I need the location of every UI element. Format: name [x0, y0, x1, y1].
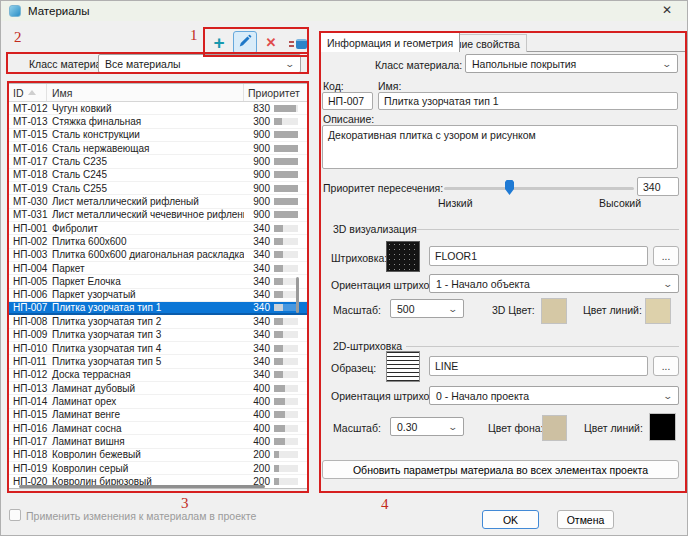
table-row[interactable]: НП-008Плитка узорчатая тип 2340 [9, 315, 308, 328]
priority-bar [274, 425, 298, 432]
priority-value: 340 [244, 356, 270, 367]
plus-icon: + [213, 35, 224, 50]
sample-2d-browse-button[interactable]: ... [653, 356, 679, 376]
sample-2d-preview[interactable] [386, 351, 420, 382]
table-row[interactable]: НП-007Плитка узорчатая тип 1340 [9, 302, 308, 315]
row-priority-cell: 340 [244, 329, 308, 340]
table-row[interactable]: МТ-015Сталь конструкции900 [9, 129, 308, 142]
bg-color-2d-swatch[interactable] [542, 415, 567, 441]
table-row[interactable]: НП-004Паркет340 [9, 262, 308, 275]
column-header-id[interactable]: ID [9, 84, 47, 101]
column-header-name[interactable]: Имя [47, 84, 244, 101]
table-row[interactable]: НП-006Паркет узорчатый340 [9, 289, 308, 302]
table-row[interactable]: МТ-019Сталь С255900 [9, 182, 308, 195]
table-row[interactable]: НП-001Фибролит340 [9, 222, 308, 235]
table-row[interactable]: МТ-017Сталь С235900 [9, 155, 308, 168]
table-row[interactable]: НП-012Доска террасная340 [9, 369, 308, 382]
priority-value: 340 [244, 369, 270, 380]
table-row[interactable]: НП-018Ковролин бежевый200 [9, 449, 308, 462]
priority-bar [274, 304, 298, 311]
description-field[interactable]: Декоративная плитка с узором и рисунком [322, 125, 678, 169]
row-priority-cell: 900 [244, 129, 308, 140]
name-field[interactable]: Плитка узорчатая тип 1 [378, 92, 678, 110]
row-name-cell: Доска террасная [47, 369, 244, 380]
priority-bar [274, 478, 298, 485]
row-priority-cell: 340 [244, 369, 308, 380]
table-row[interactable]: НП-010Плитка узорчатая тип 4340 [9, 342, 308, 355]
sample-2d-field[interactable]: LINE [429, 356, 648, 376]
apply-changes-checkbox[interactable] [9, 509, 21, 521]
color-3d-swatch[interactable] [541, 298, 567, 324]
scale-3d-select[interactable]: 500 ⌄ [390, 299, 464, 318]
priority-bar [274, 158, 298, 165]
priority-bar [274, 211, 298, 218]
hatch-3d-field[interactable]: FLOOR1 [429, 246, 648, 266]
table-row[interactable]: НП-017Ламинат вишня400 [9, 435, 308, 448]
horizontal-scrollbar[interactable] [19, 485, 265, 488]
table-row[interactable]: МТ-012Чугун ковкий830 [9, 102, 308, 115]
row-priority-cell: 340 [244, 263, 308, 274]
line-color-3d-swatch[interactable] [645, 298, 671, 324]
table-row[interactable]: НП-013Ламинат дубовый400 [9, 382, 308, 395]
priority-value: 400 [244, 423, 270, 434]
row-id-cell: НП-005 [9, 276, 47, 287]
priority-value: 340 [244, 343, 270, 354]
edit-material-button[interactable] [233, 31, 257, 54]
hatch-3d-preview[interactable] [386, 241, 420, 272]
table-row[interactable]: НП-003Плитка 600x600 диагональная раскла… [9, 249, 308, 262]
code-field[interactable]: НП-007 [322, 92, 373, 110]
table-row[interactable]: НП-019Ковролин серый200 [9, 462, 308, 475]
panel-class-select[interactable]: Напольные покрытия ⌄ [465, 54, 678, 73]
table-row[interactable]: НП-016Ламинат сосна400 [9, 422, 308, 435]
column-header-priority[interactable]: Приоритет [244, 84, 308, 101]
priority-value-field[interactable]: 340 [637, 177, 679, 196]
row-priority-cell: 340 [244, 249, 308, 260]
table-row[interactable]: МТ-018Сталь С245900 [9, 169, 308, 182]
row-name-cell: Ламинат орех [47, 396, 244, 407]
chevron-down-icon: ⌄ [448, 422, 459, 432]
vertical-scrollbar[interactable] [296, 277, 299, 313]
table-row[interactable]: МТ-013Стяжка финальная300 [9, 115, 308, 128]
table-row[interactable]: МТ-016Сталь нержавеющая900 [9, 142, 308, 155]
table-row[interactable]: МТ-030Лист металлический рифленый900 [9, 195, 308, 208]
delete-material-button[interactable]: ✕ [259, 31, 283, 54]
hatch-3d-browse-button[interactable]: ... [653, 246, 679, 266]
row-name-cell: Чугун ковкий [47, 103, 244, 114]
tab-info-geometry[interactable]: Информация и геометрия [320, 32, 460, 52]
line-color-2d-swatch[interactable] [649, 413, 676, 441]
update-materials-button[interactable]: Обновить параметры материала во всех эле… [322, 460, 679, 479]
table-row[interactable]: НП-005Паркет Елочка340 [9, 275, 308, 288]
table-row[interactable]: НП-011Плитка узорчатая тип 5340 [9, 355, 308, 368]
scale-2d-select[interactable]: 0.30 ⌄ [390, 417, 464, 436]
row-name-cell: Сталь С235 [47, 156, 244, 167]
row-priority-cell: 340 [244, 356, 308, 367]
row-priority-cell: 340 [244, 223, 308, 234]
table-row[interactable]: НП-002Плитка 600x600340 [9, 235, 308, 248]
table-row[interactable]: НП-014Ламинат орех400 [9, 395, 308, 408]
priority-bar [274, 251, 298, 258]
cancel-button[interactable]: Отмена [557, 510, 614, 529]
table-row[interactable]: МТ-031Лист металлический чечевичное рифл… [9, 209, 308, 222]
priority-value: 900 [244, 183, 270, 194]
row-name-cell: Ламинат сосна [47, 423, 244, 434]
row-name-cell: Сталь С245 [47, 169, 244, 180]
row-priority-cell: 200 [244, 449, 308, 460]
assign-material-button[interactable] [286, 32, 310, 55]
orientation-3d-select[interactable]: 1 - Начало объекта ⌄ [429, 274, 679, 293]
line-color-3d-label: Цвет линий: [583, 304, 642, 316]
priority-slider-track[interactable] [444, 187, 634, 190]
table-row[interactable]: НП-009Плитка узорчатая тип 3340 [9, 329, 308, 342]
table-row[interactable]: НП-015Ламинат венге400 [9, 409, 308, 422]
add-material-button[interactable]: + [207, 31, 231, 54]
group-2d-line [406, 346, 679, 347]
close-icon[interactable]: ✕ [656, 2, 678, 18]
priority-value: 340 [244, 223, 270, 234]
orientation-2d-select[interactable]: 0 - Начало проекта ⌄ [429, 386, 679, 405]
material-class-filter-value: Все материалы [105, 58, 181, 70]
ok-button[interactable]: OK [482, 510, 539, 529]
apply-changes-label: Применить изменения к материалам в проек… [26, 510, 256, 522]
row-id-cell: НП-019 [9, 463, 47, 474]
row-id-cell: НП-007 [9, 302, 47, 313]
material-class-filter-select[interactable]: Все материалы ⌄ [98, 54, 301, 73]
row-id-cell: НП-017 [9, 436, 47, 447]
